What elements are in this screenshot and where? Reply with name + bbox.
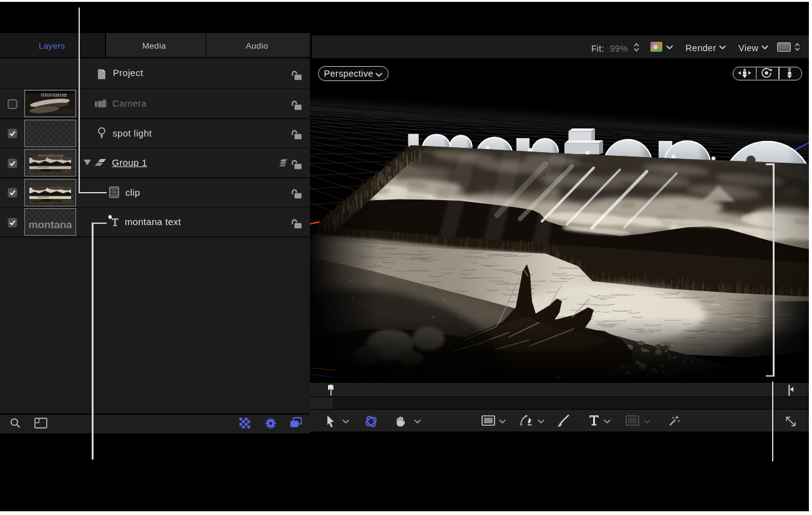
- svg-text:montana: montana: [29, 219, 73, 231]
